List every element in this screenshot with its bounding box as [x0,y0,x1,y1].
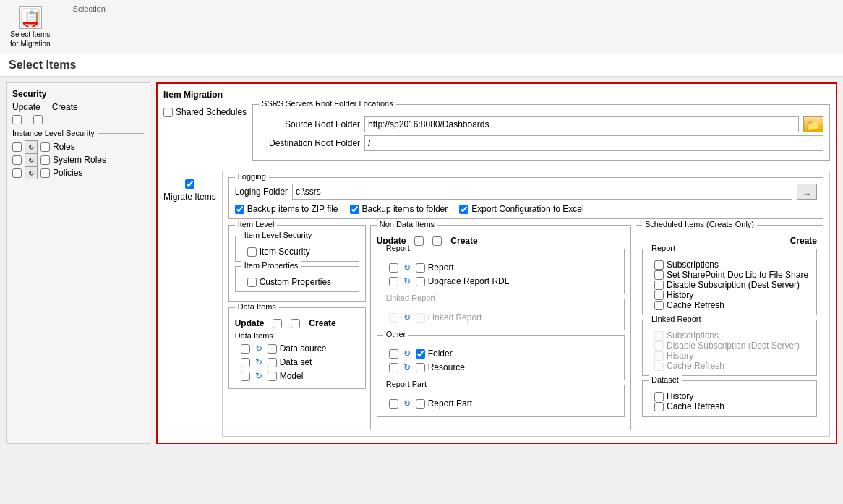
model-chk[interactable] [241,372,250,381]
dest-input[interactable] [364,135,823,151]
custom-properties-checkbox[interactable] [247,278,257,287]
policies-chk1[interactable] [12,168,22,178]
backup-folder-checkbox[interactable] [350,205,359,214]
upgrade-rdl-chk2[interactable] [416,277,425,286]
sched-ds-history-chk[interactable] [654,392,664,401]
inner-panel: Logging Loging Folder ... Backup items t… [222,171,830,437]
report-part-group: Report Part ↻ Report Part [377,385,625,417]
data-items-title: Data Items [235,302,279,311]
custom-properties-row: Custom Properties [241,277,353,287]
model-chk2[interactable] [268,372,277,381]
sched-subscriptions-row: Subscriptions [649,260,810,270]
shared-schedules-checkbox[interactable] [163,108,173,117]
data-set-chk[interactable] [241,358,250,367]
logging-folder-input[interactable] [292,184,792,200]
sched-dataset-group: Dataset History Cache Refresh [642,380,817,417]
create-checkbox[interactable] [33,115,43,124]
export-excel-checkbox[interactable] [459,205,468,214]
sched-lr-disable-chk[interactable] [654,341,664,351]
migration-title: Item Migration [163,90,830,100]
export-excel-label: Export Configuration to Excel [471,204,583,214]
folder-label: Folder [428,349,453,359]
linked-report-sync-icon: ↻ [401,312,413,323]
toolbar: 📋 Select Items for Migration Selection [0,0,843,54]
sched-lr-cache-row: Cache Refresh [649,361,810,371]
item-security-group: Item Level Security Item Security [235,236,359,262]
source-browse-btn[interactable]: 📁 [803,116,823,132]
roles-chk2[interactable] [40,142,50,152]
page-header: Select Items [0,54,843,77]
data-set-chk2[interactable] [268,358,277,367]
linked-report-chk2[interactable] [416,313,425,323]
sched-cache-refresh-chk[interactable] [654,301,664,310]
security-row: Update Create [12,102,144,112]
policies-chk2[interactable] [40,168,50,178]
data-update-create: Update Create [235,318,359,328]
data-source-sync-icon: ↻ [253,343,265,354]
sched-lr-cache-label: Cache Refresh [667,361,724,371]
model-row: ↻ Model [235,370,359,382]
roles-refresh[interactable]: ↻ [25,140,38,153]
report-chk[interactable] [389,263,398,273]
roles-chk1[interactable] [12,142,22,152]
linked-report-group: Linked Report ↻ Linked Report [377,299,625,330]
sched-ds-cache-chk[interactable] [654,402,664,411]
upgrade-rdl-sync-icon: ↻ [401,276,413,287]
data-source-chk2[interactable] [268,344,277,354]
source-input[interactable] [364,116,799,132]
select-items-button[interactable]: 📋 Select Items for Migration [6,3,55,51]
sched-disable-sub-row: Disable Subscription (Dest Server) [649,280,810,290]
sched-disable-sub-chk[interactable] [654,281,664,290]
resource-chk2[interactable] [416,363,425,372]
sysroles-chk2[interactable] [40,155,50,165]
backup-row: Backup items to ZIP file Backup items to… [235,204,817,214]
data-update-checkbox[interactable] [273,319,282,328]
sched-disable-sub-label: Disable Subscription (Dest Server) [667,280,800,290]
sched-lr-cache-chk[interactable] [654,362,664,371]
data-create-label: Create [309,318,335,328]
resource-chk[interactable] [389,363,398,372]
sched-history-label: History [667,290,693,300]
folder-chk2[interactable] [416,349,425,359]
sched-subscriptions-chk[interactable] [654,260,664,270]
migrate-items-checkbox[interactable] [185,179,194,189]
security-checkboxes [12,115,144,124]
sched-subscriptions-label: Subscriptions [667,260,719,270]
page-title: Select Items [9,59,834,72]
upgrade-rdl-chk[interactable] [389,277,398,286]
sched-sharepoint-chk[interactable] [654,270,664,280]
linked-report-chk[interactable] [389,313,398,323]
other-title: Other [383,330,409,338]
item-security-checkbox[interactable] [247,247,257,257]
non-data-create-chk[interactable] [432,236,442,246]
sched-lr-history-row: History [649,351,810,361]
logging-folder-label: Loging Folder [235,187,288,197]
folder-chk[interactable] [389,349,398,359]
data-create-checkbox[interactable] [291,319,300,328]
left-panel: Security Update Create Instance Level Se… [6,82,150,444]
sched-lr-sub-label: Subscriptions [667,330,719,341]
report-chk2[interactable] [416,263,425,273]
report-part-chk[interactable] [389,399,398,409]
data-source-chk[interactable] [241,344,250,354]
sysroles-chk1[interactable] [12,155,22,165]
sched-lr-sub-chk[interactable] [654,331,664,341]
sched-cache-refresh-label: Cache Refresh [667,300,724,310]
right-panel: Item Migration Shared Schedules SSRS Ser… [156,82,837,444]
non-data-update-chk[interactable] [414,236,424,246]
report-part-chk2[interactable] [416,399,425,409]
non-data-create-label: Create [450,236,477,246]
main-content: Security Update Create Instance Level Se… [0,77,843,450]
col-left: Item Level Item Level Security Item Secu… [228,225,366,430]
roles-label: Roles [53,142,75,152]
logging-browse-btn[interactable]: ... [797,184,817,200]
migrate-items-label: Migrate Items [163,192,216,202]
sched-lr-history-chk[interactable] [654,351,664,361]
backup-zip-checkbox[interactable] [235,205,244,214]
policies-refresh[interactable]: ↻ [25,166,38,179]
update-checkbox[interactable] [12,115,22,124]
folder-sync-icon: ↻ [401,348,413,359]
other-group: Other ↻ Folder ↻ [377,335,625,380]
sysroles-refresh[interactable]: ↻ [25,153,38,166]
sched-history-chk[interactable] [654,291,664,300]
